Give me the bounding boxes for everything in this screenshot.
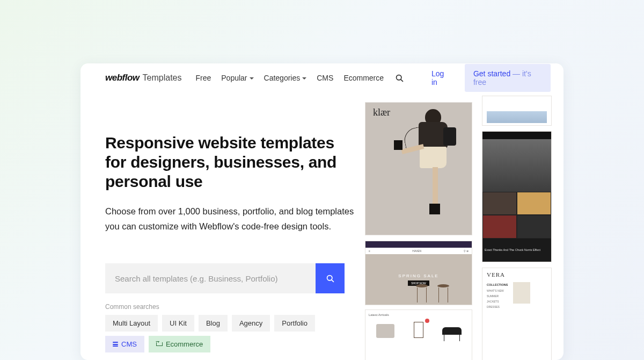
cta-main: Get started — [473, 69, 510, 78]
nav-search-button[interactable] — [394, 73, 405, 83]
tag-cms[interactable]: CMS — [105, 336, 144, 352]
top-nav: webflow Templates Free Popular Categorie… — [80, 63, 564, 92]
hero-title: Responsive website templates for designe… — [105, 133, 357, 191]
thumb-logo: VERA — [487, 271, 547, 278]
nav-link-label: Ecommerce — [343, 74, 384, 82]
search-icon — [326, 274, 335, 283]
tag-ecommerce[interactable]: Ecommerce — [149, 336, 210, 352]
search-icon — [395, 74, 404, 83]
col-item: SUMMER — [487, 294, 499, 298]
thumb-haven[interactable]: ≡HAVEN⚲ ⊕ SPRING SALE SHOP NOW — [365, 241, 472, 305]
search-input[interactable] — [105, 263, 316, 293]
stack-icon — [113, 342, 118, 346]
nav-links: Free Popular Categories CMS Ecommerce — [195, 74, 384, 82]
col-item: JACKETS — [487, 300, 499, 303]
hero: Responsive website templates for designe… — [105, 133, 357, 234]
nav-link-popular[interactable]: Popular — [221, 74, 253, 82]
tag-agency[interactable]: Agency — [232, 315, 270, 332]
thumb-label: Latest Arrivals — [369, 313, 469, 316]
cart-icon — [156, 341, 163, 347]
get-started-button[interactable]: Get started — it's free — [465, 64, 551, 92]
hero-subtitle: Choose from over 1,000 business, portfol… — [105, 204, 357, 234]
tag-ui-kit[interactable]: UI Kit — [162, 315, 194, 332]
tag-blog[interactable]: Blog — [199, 315, 228, 332]
nav-link-cms[interactable]: CMS — [317, 74, 333, 82]
thumb-brand: HAVEN — [412, 249, 421, 253]
tag-portfolio[interactable]: Portfolio — [274, 315, 315, 332]
brand-sub: Templates — [143, 73, 182, 83]
login-link[interactable]: Log in — [431, 69, 451, 87]
chevron-down-icon — [302, 77, 306, 80]
chevron-down-icon — [250, 77, 254, 80]
brand[interactable]: webflow Templates — [105, 73, 181, 83]
search-bar — [105, 263, 345, 293]
tag-label: Ecommerce — [166, 340, 203, 348]
tag-multi-layout[interactable]: Multi Layout — [105, 315, 158, 332]
col-head: COLLECTIONS — [487, 282, 508, 288]
tag-label: CMS — [121, 340, 137, 348]
thumb-vera[interactable]: VERA COLLECTIONS WHAT'S NEW SUMMER JACKE… — [482, 268, 552, 360]
template-thumbnails: klær Where Can You Find Webflow Resource… — [365, 96, 564, 360]
thumb-klaer[interactable]: klær — [365, 102, 472, 235]
thumb-caption: Exact Thanks And The Chuck Norris Effect — [482, 239, 551, 262]
nav-link-ecommerce[interactable]: Ecommerce — [343, 74, 384, 82]
nav-link-label: Popular — [221, 74, 247, 82]
nav-link-label: Free — [195, 74, 211, 82]
col-item: WHAT'S NEW — [487, 289, 504, 292]
nav-link-label: CMS — [317, 74, 333, 82]
thumb-klaer-logo: klær — [373, 107, 390, 118]
search-submit-button[interactable] — [316, 263, 345, 293]
nav-link-free[interactable]: Free — [195, 74, 211, 82]
page-card: webflow Templates Free Popular Categorie… — [80, 63, 564, 360]
brand-logo: webflow — [105, 73, 140, 83]
thumb-banner: SPRING SALE — [398, 273, 438, 278]
thumb-furniture[interactable]: Latest Arrivals — [365, 309, 472, 360]
svg-line-1 — [401, 80, 402, 81]
thumb-bridge[interactable] — [482, 96, 552, 126]
common-searches-label: Common searches — [105, 303, 159, 311]
svg-line-3 — [332, 280, 333, 282]
col-item: DRESSES — [487, 305, 500, 308]
thumb-klaer-figure — [390, 109, 465, 233]
nav-link-label: Categories — [264, 74, 301, 82]
thumb-dark-blog[interactable]: Where Can You Find Webflow Resources Lea… — [482, 131, 552, 262]
common-searches: Multi Layout UI Kit Blog Agency Portfoli… — [105, 315, 352, 352]
nav-link-categories[interactable]: Categories — [264, 74, 307, 82]
